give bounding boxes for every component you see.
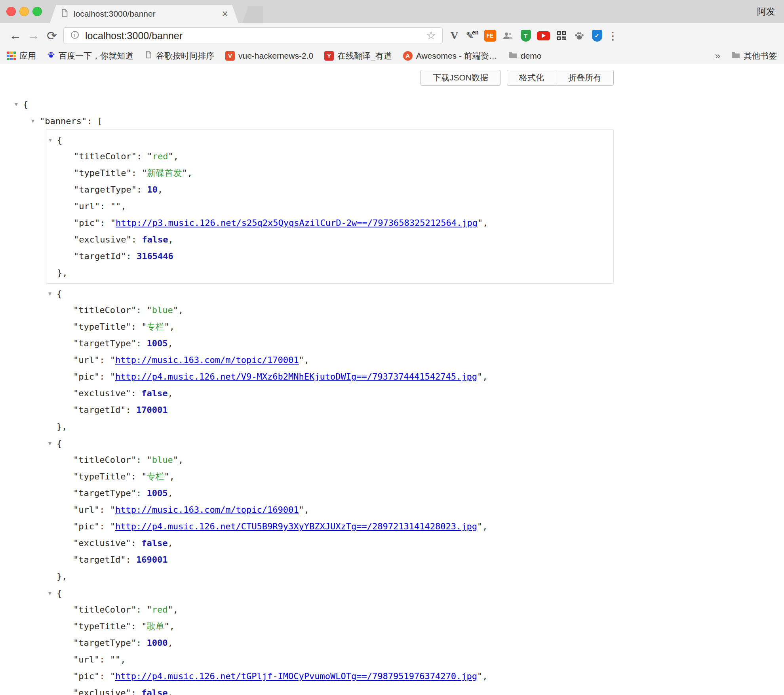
json-token-key: "url" [73, 655, 99, 664]
page-info-icon[interactable] [70, 30, 80, 41]
bookmark-other-bookmarks[interactable]: 其他书签 [731, 50, 777, 61]
json-token-p: " [110, 355, 115, 365]
json-token-p: " [141, 621, 147, 631]
json-url-link[interactable]: http://music.163.com/m/topic/170001 [115, 355, 299, 365]
json-token-p: , [482, 521, 487, 531]
close-window-button[interactable] [6, 7, 16, 16]
json-token-p: , [304, 505, 309, 515]
download-json-button[interactable]: 下载JSON数据 [421, 70, 500, 86]
json-token-p: : [137, 185, 147, 195]
people-extension-icon[interactable] [501, 29, 515, 43]
json-token-num: 1005 [147, 488, 167, 498]
bookmark-apps[interactable]: 应用 [7, 50, 36, 61]
json-line: "typeTitle": "歌单", [46, 618, 614, 635]
bookmarks-bar: 应用 百度一下，你就知道 谷歌按时间排序 V vue-hackernews-2.… [0, 48, 784, 63]
json-token-p: }, [57, 268, 68, 278]
browser-tab[interactable]: localhost:3000/banner × [50, 5, 238, 23]
json-line: "targetType": 10, [46, 181, 613, 198]
translate-extension-icon[interactable]: ✎ en [465, 29, 479, 43]
json-url-link[interactable]: http://p3.music.126.net/s25q2x5QyqsAzilC… [116, 218, 478, 228]
json-token-str: 新碟首发 [147, 168, 182, 178]
json-url-link[interactable]: http://p4.music.126.net/CTU5B9R9y3XyYBZX… [115, 521, 477, 531]
json-token-str: red [152, 605, 168, 615]
banner-object-1: ▼{"titleColor": "blue","typeTitle": "专栏"… [46, 285, 614, 435]
paw-extension-icon[interactable] [572, 29, 586, 43]
json-token-key: "exclusive" [73, 688, 131, 695]
blue-shield-extension-icon[interactable]: ✓ [590, 29, 604, 43]
profile-name[interactable]: 阿发 [757, 0, 775, 23]
json-token-p: " [477, 671, 482, 681]
json-token-key: "typeTitle" [73, 472, 131, 481]
json-line: "url": "", [46, 198, 613, 215]
json-token-p: : [99, 355, 110, 365]
back-icon[interactable]: ← [6, 29, 25, 43]
json-token-p: " [167, 605, 173, 615]
json-token-p: }, [57, 571, 67, 581]
zoom-window-button[interactable] [32, 7, 42, 16]
collapse-all-button[interactable]: 折叠所有 [556, 70, 614, 86]
bookmark-star-icon[interactable]: ☆ [426, 30, 436, 41]
json-url-link[interactable]: http://music.163.com/m/topic/169001 [115, 505, 299, 515]
address-bar[interactable]: localhost:3000/banner ☆ [63, 27, 443, 44]
chrome-menu-icon[interactable]: ⋮ [607, 29, 619, 42]
tab-favicon-page-icon [60, 9, 69, 19]
json-token-p: , [167, 488, 173, 498]
forward-icon[interactable]: → [25, 29, 43, 43]
json-token-p: : [136, 455, 147, 465]
json-token-key: "titleColor" [73, 455, 136, 465]
json-token-key: "targetType" [73, 488, 136, 498]
json-url-link[interactable]: http://p4.music.126.net/tGPljf-IMOCyPvum… [115, 671, 477, 681]
bookmark-label: 在线翻译_有道 [337, 50, 392, 61]
json-token-num: 1000 [147, 638, 167, 648]
json-line: "exclusive": false, [46, 685, 614, 695]
awesomes-a-icon: A [403, 51, 413, 61]
bookmark-demo-folder[interactable]: demo [508, 51, 542, 61]
bookmark-awesomes[interactable]: A Awesomes - 前端资… [403, 50, 497, 61]
new-tab-button[interactable] [242, 6, 263, 23]
youtube-extension-icon[interactable] [537, 29, 550, 43]
json-line: ▼{ [46, 132, 613, 148]
json-token-key: "targetId" [73, 405, 126, 415]
json-token-p: : [100, 201, 110, 211]
json-token-key: "targetType" [73, 338, 136, 348]
bookmark-youdao[interactable]: Y 在线翻译_有道 [324, 50, 392, 61]
url-text[interactable]: localhost:3000/banner [85, 30, 421, 42]
baidu-paw-icon [47, 51, 55, 61]
json-line: "url": "", [46, 651, 614, 668]
json-token-str: 专栏 [147, 472, 164, 481]
reload-icon[interactable]: ⟳ [43, 29, 61, 43]
page-actions: 下载JSON数据 格式化 折叠所有 [0, 70, 614, 86]
minimize-window-button[interactable] [19, 7, 29, 16]
json-token-p: { [57, 135, 62, 145]
bookmark-vue-hackernews[interactable]: V vue-hackernews-2.0 [225, 51, 313, 61]
qr-code-extension-icon[interactable] [554, 29, 568, 43]
collapse-toggle-icon[interactable]: ▼ [47, 585, 57, 601]
bookmark-baidu[interactable]: 百度一下，你就知道 [47, 50, 133, 61]
collapse-toggle-icon[interactable]: ▼ [48, 132, 57, 148]
json-token-p: , [167, 688, 173, 695]
json-token-p: : [126, 555, 136, 565]
vimium-extension-icon[interactable]: V [447, 29, 461, 43]
json-tree: ▼{▼"banners": [▼{"titleColor": "red","ty… [0, 96, 784, 695]
banner-object-0: ▼{"titleColor": "red","typeTitle": "新碟首发… [46, 129, 614, 284]
json-line: "exclusive": false, [46, 535, 614, 552]
tab-close-icon[interactable]: × [222, 9, 228, 19]
json-token-p: , [187, 168, 192, 178]
collapse-toggle-icon[interactable]: ▼ [13, 96, 23, 113]
json-url-link[interactable]: http://p4.music.126.net/V9-MXz6b2MNhEKju… [115, 372, 477, 382]
json-token-p: : [131, 235, 142, 244]
fe-extension-icon[interactable]: FE [483, 29, 497, 43]
bookmark-google-sort[interactable]: 谷歌按时间排序 [145, 50, 214, 61]
json-token-p: : [131, 621, 142, 631]
json-token-p: , [178, 305, 183, 315]
bookmarks-overflow-chevron[interactable]: » [715, 50, 720, 61]
json-token-key: "titleColor" [73, 305, 136, 315]
json-token-key: "titleColor" [74, 151, 137, 161]
collapse-toggle-icon[interactable]: ▼ [30, 113, 40, 129]
json-token-p: " [147, 455, 152, 465]
json-token-p: " [173, 305, 178, 315]
format-button[interactable]: 格式化 [507, 70, 556, 86]
collapse-toggle-icon[interactable]: ▼ [47, 285, 57, 302]
green-shield-extension-icon[interactable]: T [519, 29, 533, 43]
collapse-toggle-icon[interactable]: ▼ [47, 435, 57, 452]
